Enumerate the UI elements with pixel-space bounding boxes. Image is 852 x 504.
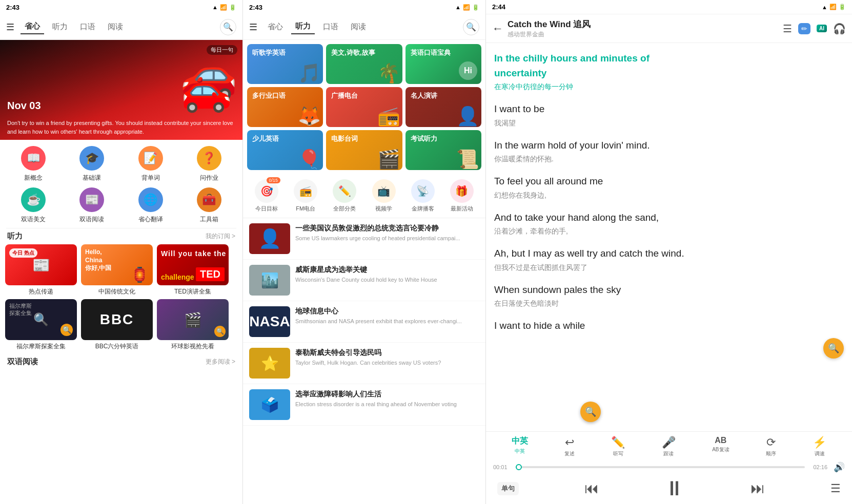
cat-guangbo[interactable]: 广播电台 📻: [326, 87, 402, 127]
tab-shengxin[interactable]: 省心: [21, 19, 44, 34]
movie-search-btn[interactable]: 🔍: [214, 326, 226, 337]
cat-kouyu[interactable]: 英语口语宝典 Hi: [405, 44, 481, 84]
cat-shaoer-icon: 🎈: [298, 149, 321, 170]
qi-fenlei-circle: ✏️: [333, 179, 356, 203]
card-today[interactable]: 今日 热点 📰 热点传递: [5, 244, 77, 296]
icon-jichuke[interactable]: 🎓 基础课: [63, 146, 121, 182]
news-thumb-2-icon: 🏙️: [261, 272, 279, 289]
news-title-2: 威斯康星成为选举关键: [295, 265, 479, 274]
card-holmes[interactable]: 🔍 福尔摩斯探案全集 🔍 福尔摩斯探案全集: [5, 299, 77, 351]
time-1: 2:43: [6, 4, 19, 11]
tab-kouyu-1[interactable]: 口语: [76, 20, 99, 34]
card-china-label: 中国传统文化: [98, 287, 135, 296]
battery-icon-1: 🔋: [229, 4, 236, 11]
icon-xingainian[interactable]: 📖 新概念: [4, 146, 63, 182]
qi-shipin[interactable]: 📺 视频学: [372, 179, 396, 213]
cat-duohangye[interactable]: 多行业口语 🦊: [247, 87, 323, 127]
pt-tiaosu[interactable]: ⚡ 调速: [813, 436, 826, 457]
china-icon: 🏮: [131, 266, 149, 283]
tab-shengxin-2[interactable]: 省心: [263, 20, 287, 34]
next-button[interactable]: ⏭: [750, 480, 765, 497]
lyric-zh-3: 你温暖柔情的怀抱.: [494, 155, 844, 164]
word-mode-button[interactable]: 单句: [497, 482, 519, 495]
pt-ab-label: AB复读: [712, 446, 729, 453]
tab-kouyu-2[interactable]: 口语: [319, 20, 342, 34]
news-subtitle-4: Taylor Swift, Hulk Hogan. Can celebritie…: [295, 359, 479, 367]
icon-fanyi[interactable]: 🌐 省心翻译: [121, 187, 180, 224]
volume-icon[interactable]: 🔊: [834, 461, 845, 473]
cat-shaoer[interactable]: 少儿英语 🎈: [247, 130, 323, 170]
news-item-2[interactable]: 🏙️ 威斯康星成为选举关键 Wisconsin's Dane County co…: [243, 260, 485, 301]
headphone-icon[interactable]: 🎧: [833, 23, 846, 35]
icon-zuoye[interactable]: ❓ 问作业: [180, 146, 238, 182]
status-icons-1: ▲ 📶 🔋: [212, 4, 236, 11]
icon-beidan[interactable]: 📝 背单词: [121, 146, 180, 182]
listening-link[interactable]: 我的订阅 >: [206, 232, 235, 241]
ai-badge[interactable]: AI: [817, 25, 827, 32]
panel-home: 2:43 ▲ 📶 🔋 ☰ 省心 听力 口语 阅读 🔍 🚗 Nov 03 每日一句…: [0, 0, 243, 504]
reading-link[interactable]: 更多阅读 >: [206, 358, 235, 366]
lyric-en-7: When sundown pales the sky: [494, 283, 844, 298]
pt-zhongying-label: 中英: [515, 448, 525, 455]
tab-yuedu-1[interactable]: 阅读: [104, 20, 127, 34]
news-item-4[interactable]: ⭐ 泰勒斯威夫特会引导选民吗 Taylor Swift, Hulk Hogan.…: [243, 343, 485, 384]
card-china[interactable]: 🏮 Hello,China你好,中国 中国传统文化: [81, 244, 153, 296]
prev-button[interactable]: ⏮: [584, 480, 599, 497]
cat-guangbo-label: 广播电台: [331, 91, 358, 100]
qi-fm[interactable]: 📻 FM电台: [294, 179, 317, 213]
p3-nav: ← Catch the Wind 追风 感动世界金曲 ☰ ✏ AI 🎧: [486, 14, 852, 43]
lyric-zh-1: 在寒冷中彷徨的每一分钟: [494, 82, 844, 92]
holmes-text: 福尔摩斯探案全集: [9, 302, 32, 317]
qi-fenlei[interactable]: ✏️ 全部分类: [333, 179, 356, 213]
today-badge: 今日 热点: [9, 248, 37, 258]
pt-genshu[interactable]: 🎤 跟读: [662, 436, 676, 457]
cat-meiwen[interactable]: 美文,诗歌,故事 🌴: [326, 44, 402, 84]
icon-shuangyu-yuedu[interactable]: 📰 双语阅读: [63, 187, 121, 224]
cat-tingge[interactable]: 听歌学英语 🎵: [247, 44, 323, 84]
icon-shuangyu-meiwen[interactable]: ☕ 双语美文: [4, 187, 63, 224]
card-bbc[interactable]: BBC BBC六分钟英语: [81, 299, 153, 351]
search-button-1[interactable]: 🔍: [220, 19, 236, 35]
edit-icon[interactable]: ✏: [798, 23, 810, 34]
pt-fushuo[interactable]: ↩ 复述: [564, 436, 575, 457]
news-item-3[interactable]: NASA 地球信息中心 Smithsonian and NASA present…: [243, 301, 485, 343]
qi-jinpai-circle: 📡: [411, 179, 435, 203]
battery-icon-3: 🔋: [839, 4, 846, 10]
cat-kaoshi[interactable]: 考试听力 📜: [405, 130, 481, 170]
menu-icon-1[interactable]: ☰: [6, 22, 14, 33]
menu-icon-2[interactable]: ☰: [249, 22, 257, 33]
cat-mingren[interactable]: 名人演讲 👤: [405, 87, 481, 127]
float-search-btn-2[interactable]: 🔍: [580, 402, 601, 422]
pt-tingxie[interactable]: ✏️ 听写: [611, 436, 625, 457]
cat-mingren-label: 名人演讲: [411, 91, 437, 100]
card-movie[interactable]: 🎬 🔍 环球影视抢先看: [157, 299, 229, 351]
tab-yuedu-2[interactable]: 阅读: [347, 20, 370, 34]
news-subtitle-3: Smithsonian and NASA present exhibit tha…: [295, 318, 479, 325]
icon-gongjuxiang[interactable]: 🧰 工具箱: [180, 187, 238, 224]
cat-dianying[interactable]: 电影台词 🎬: [326, 130, 402, 170]
play-pause-button[interactable]: ⏸: [664, 477, 685, 500]
lyric-zh-2: 我渴望: [494, 119, 844, 128]
battery-icon-2: 🔋: [472, 4, 479, 11]
news-item-5[interactable]: 🗳️ 选举应激障碍影响人们生活 Election stress disorder…: [243, 384, 485, 426]
cat-guangbo-icon: 📻: [377, 106, 400, 127]
back-button[interactable]: ←: [492, 22, 503, 35]
news-item-1[interactable]: 👤 一些美国议员敦促激烈的总统竞选言论要冷静 Some US lawmakers…: [243, 218, 485, 260]
qi-jinri[interactable]: 🎯 0/15 今日目标: [255, 179, 278, 213]
pt-ab[interactable]: AB AB复读: [712, 436, 729, 457]
progress-track[interactable]: [516, 466, 805, 468]
playlist-button[interactable]: ☰: [830, 482, 841, 495]
search-button-2[interactable]: 🔍: [463, 19, 479, 35]
listening-title: 听力: [7, 232, 23, 241]
card-ted[interactable]: Will you take the TED challenge TED演讲全集: [157, 244, 229, 296]
lyric-block-6: Ah, but I may as well try and catch the …: [494, 246, 844, 272]
tab-tingli-2[interactable]: 听力: [291, 19, 315, 34]
pt-zhongying[interactable]: 中英 中英: [512, 436, 528, 457]
today-icon: 📰: [32, 257, 50, 274]
tab-tingli-1[interactable]: 听力: [48, 20, 72, 34]
pt-shunxu[interactable]: ⟳ 顺序: [766, 436, 776, 457]
status-bar-2: 2:43 ▲ 📶 🔋: [243, 0, 485, 14]
qi-huodong[interactable]: 🎁 最新活动: [450, 179, 474, 213]
qi-jinpai[interactable]: 📡 金牌播客: [411, 179, 435, 213]
list-icon[interactable]: ☰: [783, 23, 792, 35]
